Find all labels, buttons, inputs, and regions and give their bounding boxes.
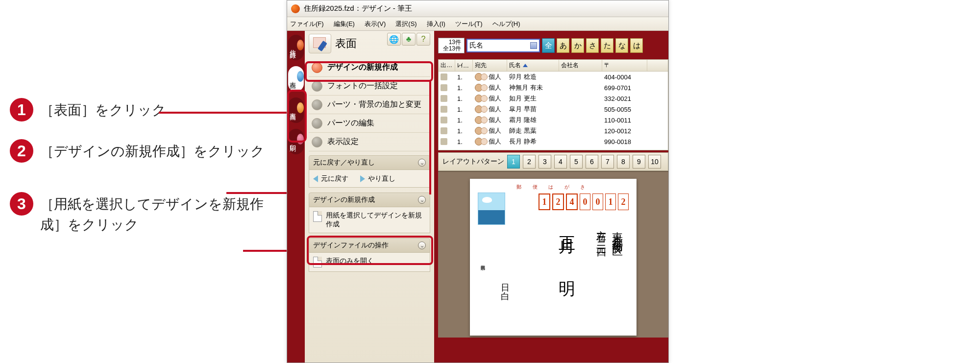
layout-btn-4[interactable]: 4 [554, 155, 567, 169]
group-design-file-header[interactable]: デザインファイルの操作 ⌄ [309, 238, 430, 253]
table-row[interactable]: 1. 個人卯月 稔造404-0004 [439, 72, 668, 82]
redo-label[interactable]: やり直し [368, 174, 395, 183]
grid-body: 1. 個人卯月 稔造404-00041. 個人神無月 有未699-07011. … [439, 72, 668, 147]
kana-filter-na[interactable]: な [615, 38, 628, 53]
menu-insert[interactable]: 挿入(I) [427, 20, 445, 28]
layout-btn-8[interactable]: 8 [617, 155, 630, 169]
count-bottom: 全13件 [441, 46, 461, 52]
side-tab-omote[interactable]: 表面 [288, 66, 304, 92]
collapse-icon[interactable]: ⌄ [418, 159, 426, 167]
cell-dest: 個人 [473, 105, 507, 114]
layout-btn-1[interactable]: 1 [507, 155, 520, 169]
table-row[interactable]: 1. 個人如月 更生332-0021 [439, 93, 668, 104]
undo-label[interactable]: 元に戻す [321, 174, 348, 183]
zip-digit: 1 [605, 194, 616, 210]
layout-btn-10[interactable]: 10 [648, 155, 661, 169]
side-tab-addressbook[interactable]: 住所録 [288, 35, 304, 60]
item-select-paper-new[interactable]: 用紙を選択してデザインを新規作成 [309, 207, 430, 233]
postcard-preview[interactable]: 郵 便 は が き 1 2 4 0 0 1 2 東京都葛飾区 立石一ー二三四 正… [470, 179, 637, 336]
table-row[interactable]: 1. 個人師走 黒葉120-0012 [439, 125, 668, 136]
task-item-new-design[interactable]: デザインの新規作成 [309, 58, 430, 77]
layout-btn-5[interactable]: 5 [570, 155, 583, 169]
col-name[interactable]: 氏名 [507, 60, 559, 71]
sort-asc-icon [523, 64, 528, 67]
cell-zip: 505-0055 [602, 106, 647, 113]
table-row[interactable]: 1. 個人霜月 隆雄110-0011 [439, 115, 668, 125]
tool-help-icon[interactable]: ? [416, 33, 430, 46]
postcard-top-label: 郵 便 は が き [516, 184, 590, 191]
tool-globe-icon[interactable]: 🌐 [387, 33, 401, 46]
app-icon [291, 4, 300, 13]
kana-filter-ta[interactable]: た [601, 38, 613, 53]
layout-btn-3[interactable]: 3 [539, 155, 551, 169]
cell-output-icon [439, 73, 455, 80]
table-row[interactable]: 1. 個人皐月 早苗505-0055 [439, 104, 668, 115]
task-item-parts-bg[interactable]: パーツ・背景の追加と変更 [309, 96, 430, 114]
redo-icon[interactable] [360, 175, 365, 182]
menu-help[interactable]: ヘルプ(H) [492, 20, 520, 28]
omote-design-icon [309, 34, 331, 53]
cell-layer: 1. [455, 127, 473, 135]
side-tab-label: 表面 [288, 76, 297, 79]
instruction-3: 3 ［用紙を選択してデザインを新規作成］をクリック [10, 192, 274, 235]
cell-name: 長月 静希 [507, 137, 559, 146]
col-output[interactable]: 出… [439, 60, 455, 71]
cell-zip: 110-0011 [602, 117, 647, 124]
layout-btn-6[interactable]: 6 [586, 155, 598, 169]
collapse-icon[interactable]: ⌄ [418, 242, 426, 249]
task-item-display[interactable]: 表示設定 [309, 133, 430, 151]
cell-output-icon [439, 127, 455, 134]
side-tab-print[interactable]: 印刷 [288, 129, 304, 154]
tool-tulip-icon[interactable]: ♣ [402, 33, 416, 46]
undo-icon[interactable] [313, 175, 318, 182]
cell-dest: 個人 [473, 83, 507, 92]
group-new-design-header[interactable]: デザインの新規作成 ⌄ [309, 193, 430, 207]
cell-output-icon [439, 117, 455, 123]
kana-filter-a[interactable]: あ [557, 38, 569, 53]
bullet-icon [312, 118, 322, 129]
address-grid[interactable]: 出… ﾚｲ… 宛先 氏名 会社名 〒 1. 個人卯月 稔造404-00041. … [438, 59, 668, 150]
app-window: 住所録2025.fzd：デザイン - 筆王 ファイル(F) 編集(E) 表示(V… [287, 0, 669, 363]
col-layer[interactable]: ﾚｲ… [455, 60, 473, 71]
task-item-font-batch[interactable]: フォントの一括設定 [309, 77, 430, 96]
table-row[interactable]: 1. 個人神無月 有未699-0701 [439, 82, 668, 93]
ura-icon [297, 102, 304, 113]
cell-output-icon [439, 84, 455, 91]
cell-layer: 1. [455, 73, 473, 81]
table-row[interactable]: 1. 個人長月 静希990-0018 [439, 136, 668, 147]
menu-view[interactable]: 表示(V) [365, 20, 386, 28]
sort-field-dropdown[interactable]: 氏名 [466, 39, 540, 52]
cell-dest: 個人 [473, 73, 507, 81]
cell-dest: 個人 [473, 94, 507, 103]
zip-digit: 2 [552, 194, 564, 210]
menu-tools[interactable]: ツール(T) [455, 20, 483, 28]
mini-tools: 🌐 ♣ ? [387, 33, 430, 46]
zip-digit: 1 [539, 194, 550, 210]
col-company[interactable]: 会社名 [559, 60, 602, 71]
task-item-parts-edit[interactable]: パーツの編集 [309, 114, 430, 133]
menu-edit[interactable]: 編集(E) [334, 20, 355, 28]
side-tab-ura[interactable]: 裏面 [288, 97, 304, 123]
cell-zip: 990-0018 [602, 138, 647, 145]
recipient-name: 正月 明 [555, 223, 578, 271]
bullet-icon [312, 62, 322, 73]
collapse-icon[interactable]: ⌄ [418, 196, 426, 204]
zip-digit: 0 [592, 194, 603, 210]
item-open-omote-only[interactable]: 表面のみを開く [309, 253, 430, 271]
cell-dest: 個人 [473, 116, 507, 124]
menu-select[interactable]: 選択(S) [395, 20, 416, 28]
kana-filter-sa[interactable]: さ [586, 38, 599, 53]
kana-filter-ha[interactable]: は [630, 38, 643, 53]
menu-file[interactable]: ファイル(F) [290, 20, 324, 28]
kana-filter-all[interactable]: 全 [542, 38, 555, 53]
kana-filter-ka[interactable]: か [571, 38, 584, 53]
layout-btn-9[interactable]: 9 [633, 155, 645, 169]
col-dest[interactable]: 宛先 [473, 60, 507, 71]
col-zip[interactable]: 〒 [602, 60, 647, 71]
task-label: 表示設定 [327, 137, 359, 147]
zip-digit: 0 [580, 194, 590, 210]
layout-btn-7[interactable]: 7 [601, 155, 614, 169]
instruction-text: ［表面］をクリック [40, 98, 166, 121]
layout-btn-2[interactable]: 2 [523, 155, 536, 169]
cell-zip: 699-0701 [602, 84, 647, 92]
